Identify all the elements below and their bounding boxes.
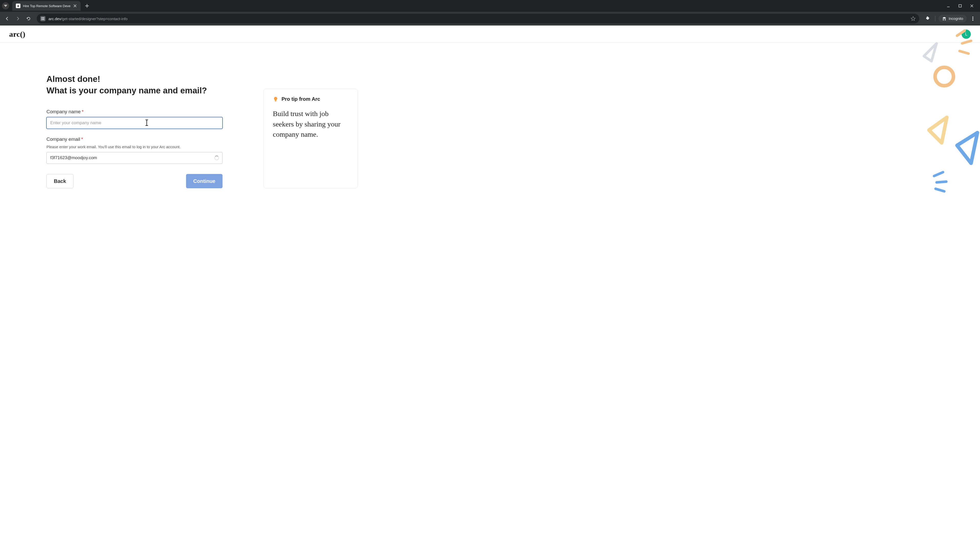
incognito-label: Incognito (948, 17, 963, 21)
company-email-input[interactable] (46, 152, 223, 164)
svg-point-7 (972, 20, 973, 21)
tab-search-dropdown[interactable] (2, 2, 9, 10)
contact-form: Almost done! What is your company name a… (46, 73, 223, 188)
company-email-label: Company email* (46, 137, 223, 142)
browser-toolbar: arc.dev/get-started/designer?step=contac… (0, 12, 980, 25)
company-name-field: Company name* (46, 109, 223, 129)
tab-strip: a Hire Top Remote Software Deve (0, 0, 980, 12)
tab-close-button[interactable] (73, 4, 77, 8)
loading-spinner-icon (215, 156, 219, 160)
window-minimize-button[interactable] (945, 2, 952, 10)
browser-tab[interactable]: a Hire Top Remote Software Deve (12, 1, 81, 11)
arc-logo[interactable]: arc() (9, 30, 25, 38)
company-email-field: Company email* Please enter your work em… (46, 137, 223, 164)
tab-favicon: a (16, 3, 21, 8)
lightbulb-icon (273, 97, 278, 102)
page-viewport: arc() L Almost done! What is your compan… (0, 25, 980, 551)
pro-tip-text: Build trust with job seekers by sharing … (273, 109, 348, 140)
browser-menu-button[interactable] (968, 14, 977, 23)
tab-title: Hire Top Remote Software Deve (23, 4, 70, 8)
browser-chrome: a Hire Top Remote Software Deve (0, 0, 980, 25)
svg-rect-2 (43, 17, 44, 18)
incognito-indicator[interactable]: Incognito (939, 15, 967, 22)
company-name-label: Company name* (46, 109, 223, 114)
page-heading: Almost done! What is your company name a… (46, 73, 223, 96)
form-actions: Back Continue (46, 174, 223, 188)
bookmark-star-icon[interactable] (911, 16, 916, 21)
nav-back-button[interactable] (3, 14, 12, 23)
app-header: arc() L (0, 25, 980, 43)
address-bar[interactable]: arc.dev/get-started/designer?step=contac… (37, 14, 919, 24)
toolbar-separator (935, 16, 935, 21)
svg-rect-4 (43, 19, 44, 20)
svg-rect-1 (41, 17, 43, 18)
page-body: Almost done! What is your company name a… (0, 43, 980, 188)
nav-reload-button[interactable] (24, 14, 33, 23)
url-text: arc.dev/get-started/designer?step=contac… (48, 17, 907, 21)
svg-rect-9 (275, 101, 277, 102)
continue-button[interactable]: Continue (186, 174, 223, 188)
back-button[interactable]: Back (46, 174, 73, 188)
svg-point-6 (972, 18, 973, 19)
svg-point-5 (972, 17, 973, 17)
svg-rect-3 (41, 19, 43, 20)
pro-tip-card: Pro tip from Arc Build trust with job se… (263, 89, 358, 188)
site-info-icon[interactable] (40, 16, 45, 21)
extensions-button[interactable] (923, 14, 932, 23)
window-controls (945, 2, 978, 10)
window-maximize-button[interactable] (956, 2, 964, 10)
pro-tip-header: Pro tip from Arc (273, 96, 348, 102)
nav-forward-button[interactable] (13, 14, 22, 23)
svg-rect-0 (959, 5, 961, 7)
company-name-input[interactable] (46, 117, 223, 129)
window-close-button[interactable] (968, 2, 975, 10)
user-avatar[interactable]: L (962, 30, 971, 39)
company-email-help: Please enter your work email. You'll use… (46, 144, 223, 149)
text-cursor-icon (146, 120, 147, 126)
new-tab-button[interactable] (83, 2, 91, 10)
